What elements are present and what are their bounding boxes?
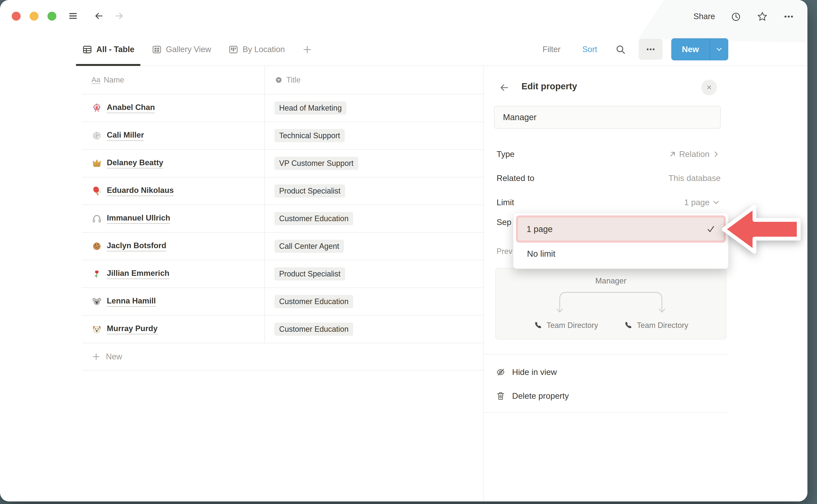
title-cell[interactable]: Technical Support bbox=[265, 122, 484, 149]
person-name-link[interactable]: Jillian Emmerich bbox=[107, 269, 169, 279]
view-tab-by-location[interactable]: By Location bbox=[228, 33, 285, 66]
title-cell[interactable]: Call Center Agent bbox=[265, 233, 484, 260]
name-cell[interactable]: Anabel Chan bbox=[82, 94, 265, 122]
property-row-limit[interactable]: Limit1 page bbox=[497, 193, 721, 212]
filter-button[interactable]: Filter bbox=[543, 33, 561, 66]
name-cell[interactable]: Murray Purdy bbox=[82, 316, 265, 343]
table-row[interactable]: Anabel ChanHead of Marketing bbox=[82, 94, 484, 122]
property-value[interactable]: Relation bbox=[668, 149, 721, 159]
view-tab-gallery-view[interactable]: Gallery View bbox=[151, 33, 211, 66]
title-cell[interactable]: Product Specialist bbox=[265, 260, 484, 288]
title-cell[interactable]: Customer Education bbox=[265, 316, 484, 343]
table-row[interactable]: Cali MillerTechnical Support bbox=[82, 122, 484, 150]
property-label: Related to bbox=[497, 174, 535, 183]
column-header-title[interactable]: Title bbox=[265, 66, 484, 94]
title-tag: Head of Marketing bbox=[274, 101, 346, 115]
trash-icon bbox=[496, 391, 506, 401]
property-name-input[interactable] bbox=[494, 106, 721, 129]
table-row[interactable]: Murray PurdyCustomer Education bbox=[82, 316, 484, 343]
table-row[interactable]: Lenna HamillCustomer Education bbox=[82, 288, 484, 316]
limit-dropdown-menu: 1 pageNo limit bbox=[513, 213, 729, 269]
desktop-background: Share All - TableGallery ViewBy Location… bbox=[0, 0, 817, 504]
text-property-icon: Aa bbox=[91, 76, 100, 84]
new-button-label[interactable]: New bbox=[671, 38, 710, 60]
sort-button[interactable]: Sort bbox=[582, 33, 597, 66]
property-label: Type bbox=[497, 149, 515, 159]
back-arrow-icon[interactable] bbox=[94, 11, 104, 21]
ellipsis-icon[interactable] bbox=[783, 11, 794, 22]
chevron-right-icon bbox=[712, 150, 721, 159]
check-icon bbox=[706, 224, 716, 234]
back-arrow-icon[interactable] bbox=[499, 82, 510, 93]
dropdown-option-label: No limit bbox=[527, 249, 555, 259]
dog-icon bbox=[91, 324, 102, 335]
action-label: Delete property bbox=[512, 391, 569, 401]
property-value[interactable]: This database bbox=[669, 174, 721, 183]
name-cell[interactable]: Immanuel Ullrich bbox=[82, 205, 265, 232]
person-name-link[interactable]: Eduardo Nikolaus bbox=[107, 186, 174, 196]
preview-target-label: Team Directory bbox=[547, 321, 598, 330]
zoom-window-button[interactable] bbox=[47, 12, 56, 21]
new-row-button[interactable]: New bbox=[82, 343, 484, 370]
board-view-icon bbox=[228, 44, 239, 55]
title-cell[interactable]: Customer Education bbox=[265, 205, 484, 232]
rose-icon bbox=[91, 269, 102, 279]
name-cell[interactable]: Eduardo Nikolaus bbox=[82, 177, 265, 205]
view-tab-all-table[interactable]: All - Table bbox=[82, 33, 134, 66]
person-name-link[interactable]: Jaclyn Botsford bbox=[107, 241, 166, 252]
column-header-name[interactable]: Aa Name bbox=[82, 66, 265, 94]
person-name-link[interactable]: Murray Purdy bbox=[107, 324, 158, 335]
table-row[interactable]: Eduardo NikolausProduct Specialist bbox=[82, 177, 484, 205]
title-tag: Product Specialist bbox=[274, 267, 345, 280]
property-row-type[interactable]: TypeRelation bbox=[497, 145, 721, 163]
column-header-label: Title bbox=[286, 75, 301, 84]
property-row-related-to[interactable]: Related toThis database bbox=[497, 169, 721, 187]
name-cell[interactable]: Jaclyn Botsford bbox=[82, 233, 265, 260]
close-panel-button[interactable] bbox=[701, 80, 717, 95]
new-dropdown-button[interactable] bbox=[710, 38, 728, 60]
table-row[interactable]: Jaclyn BotsfordCall Center Agent bbox=[82, 233, 484, 260]
add-view-button[interactable] bbox=[302, 44, 312, 55]
name-cell[interactable]: Delaney Beatty bbox=[82, 150, 265, 177]
preview-relation-name: Manager bbox=[496, 276, 726, 285]
clock-icon[interactable] bbox=[730, 11, 742, 22]
phone-icon bbox=[534, 321, 543, 330]
star-icon[interactable] bbox=[757, 11, 768, 22]
separate-directions-label: Sep bbox=[497, 218, 511, 227]
title-cell[interactable]: Customer Education bbox=[265, 288, 484, 315]
hamburger-menu-icon[interactable] bbox=[68, 11, 78, 21]
property-value[interactable]: 1 page bbox=[684, 198, 721, 207]
table-header-row: Aa Name Title bbox=[82, 66, 484, 94]
title-cell[interactable]: Head of Marketing bbox=[265, 94, 484, 122]
title-cell[interactable]: Product Specialist bbox=[265, 177, 484, 205]
property-label: Limit bbox=[497, 198, 514, 207]
dropdown-option-1-page[interactable]: 1 page bbox=[516, 215, 726, 243]
table-row[interactable]: Immanuel UllrichCustomer Education bbox=[82, 205, 484, 233]
close-window-button[interactable] bbox=[12, 12, 21, 21]
name-cell[interactable]: Cali Miller bbox=[82, 122, 265, 149]
volleyball-icon bbox=[91, 130, 102, 141]
search-icon[interactable] bbox=[615, 33, 626, 66]
preview-label: Prev bbox=[497, 247, 512, 256]
table-row[interactable]: Jillian EmmerichProduct Specialist bbox=[82, 260, 484, 288]
relation-bracket bbox=[551, 289, 670, 313]
forward-arrow-icon bbox=[114, 11, 124, 21]
name-cell[interactable]: Lenna Hamill bbox=[82, 288, 265, 315]
crown-icon bbox=[91, 158, 102, 169]
delete-property-button[interactable]: Delete property bbox=[496, 386, 721, 406]
view-options-button[interactable] bbox=[639, 39, 663, 60]
person-name-link[interactable]: Immanuel Ullrich bbox=[107, 214, 170, 224]
person-name-link[interactable]: Lenna Hamill bbox=[107, 296, 156, 307]
hide-in-view-button[interactable]: Hide in view bbox=[496, 362, 721, 382]
title-cell[interactable]: VP Customer Support bbox=[265, 150, 484, 177]
dropdown-option-no-limit[interactable]: No limit bbox=[516, 243, 726, 265]
table-row[interactable]: Delaney BeattyVP Customer Support bbox=[82, 150, 484, 177]
minimize-window-button[interactable] bbox=[30, 12, 38, 21]
new-button[interactable]: New bbox=[671, 38, 728, 60]
share-button[interactable]: Share bbox=[694, 12, 715, 21]
person-name-link[interactable]: Anabel Chan bbox=[107, 103, 155, 113]
person-name-link[interactable]: Delaney Beatty bbox=[107, 158, 163, 169]
person-name-link[interactable]: Cali Miller bbox=[107, 131, 144, 141]
name-cell[interactable]: Jillian Emmerich bbox=[82, 260, 265, 288]
view-tab-label: By Location bbox=[242, 45, 285, 54]
